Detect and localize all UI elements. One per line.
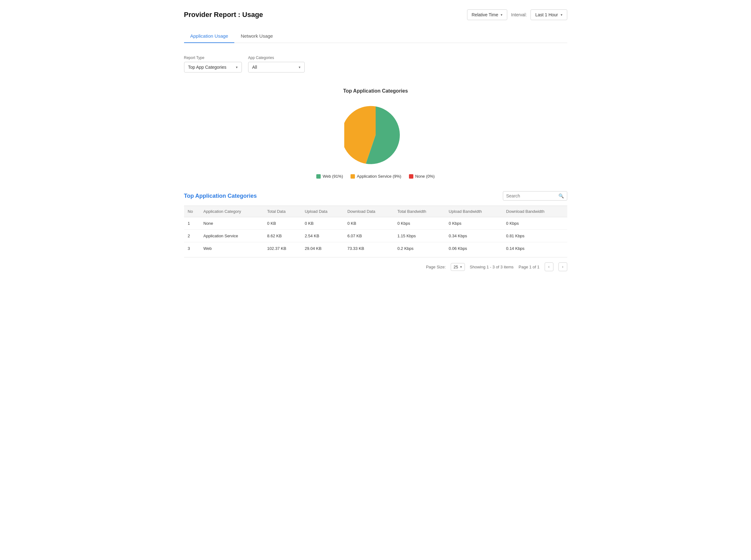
cell-download_data: 73.33 KB: [344, 242, 393, 255]
page-size-label: Page Size:: [426, 265, 446, 269]
col-header-download-data: Download Data: [344, 206, 393, 217]
chart-title: Top Application Categories: [343, 88, 408, 94]
pie-chart-svg: [344, 103, 407, 166]
interval-value-label: Last 1 Hour: [535, 12, 558, 17]
search-box[interactable]: 🔍: [503, 191, 567, 201]
chevron-down-icon-interval: ▾: [561, 13, 562, 17]
table-section: Top Application Categories 🔍 No Applicat…: [184, 191, 567, 276]
report-type-label: Report Type: [184, 56, 242, 60]
cell-download_data: 6.07 KB: [344, 230, 393, 242]
cell-upload_bandwidth: 0.34 Kbps: [445, 230, 503, 242]
filter-row: Report Type Top App Categories ▾ App Cat…: [184, 53, 567, 76]
showing-text: Showing 1 - 3 of 3 items: [470, 265, 514, 269]
col-header-total-data: Total Data: [264, 206, 301, 217]
next-page-button[interactable]: ›: [558, 262, 567, 271]
chart-legend: Web (91%) Application Service (9%) None …: [316, 174, 435, 179]
interval-dropdown[interactable]: Last 1 Hour ▾: [531, 9, 567, 20]
cell-download_bandwidth: 0.81 Kbps: [502, 230, 567, 242]
tab-application-usage[interactable]: Application Usage: [184, 29, 235, 43]
cell-total_bandwidth: 0 Kbps: [393, 217, 445, 230]
col-header-upload-bandwidth: Upload Bandwidth: [445, 206, 503, 217]
cell-no: 3: [184, 242, 200, 255]
cell-total_bandwidth: 0.2 Kbps: [393, 242, 445, 255]
table-row: 1None0 KB0 KB0 KB0 Kbps0 Kbps0 Kbps: [184, 217, 567, 230]
page-header: Provider Report : Usage Relative Time ▾ …: [184, 9, 567, 20]
cell-total_data: 8.62 KB: [264, 230, 301, 242]
page-title: Provider Report : Usage: [184, 11, 263, 19]
chart-section: Top Application Categories Web (91%) App…: [184, 88, 567, 179]
cell-upload_bandwidth: 0 Kbps: [445, 217, 503, 230]
table-header-row-cols: No Application Category Total Data Uploa…: [184, 206, 567, 217]
legend-color-appservice: [350, 174, 355, 179]
report-type-dropdown[interactable]: Top App Categories ▾: [184, 62, 242, 73]
chevron-down-icon-pagesize: ▾: [460, 265, 462, 269]
page-info: Page 1 of 1: [519, 265, 540, 269]
legend-label-appservice: Application Service (9%): [357, 174, 401, 179]
cell-upload_data: 0 KB: [301, 217, 344, 230]
tabs-container: Application Usage Network Usage: [184, 29, 567, 43]
cell-app_category: None: [200, 217, 264, 230]
cell-total_data: 0 KB: [264, 217, 301, 230]
interval-label: Interval:: [511, 12, 527, 17]
pagination-row: Page Size: 25 ▾ Showing 1 - 3 of 3 items…: [184, 257, 567, 276]
cell-total_data: 102.37 KB: [264, 242, 301, 255]
col-header-upload-data: Upload Data: [301, 206, 344, 217]
page-size-dropdown[interactable]: 25 ▾: [451, 263, 465, 271]
legend-color-web: [316, 174, 321, 179]
cell-download_data: 0 KB: [344, 217, 393, 230]
legend-color-none: [409, 174, 413, 179]
table-row: 2Application Service8.62 KB2.54 KB6.07 K…: [184, 230, 567, 242]
report-type-value: Top App Categories: [188, 65, 227, 70]
col-header-download-bandwidth: Download Bandwidth: [502, 206, 567, 217]
cell-download_bandwidth: 0 Kbps: [502, 217, 567, 230]
col-header-no: No: [184, 206, 200, 217]
table-head: No Application Category Total Data Uploa…: [184, 206, 567, 217]
table-section-title: Top Application Categories: [184, 193, 257, 199]
data-table: No Application Category Total Data Uploa…: [184, 206, 567, 255]
cell-app_category: Application Service: [200, 230, 264, 242]
cell-upload_bandwidth: 0.06 Kbps: [445, 242, 503, 255]
relative-time-label: Relative Time: [472, 12, 499, 17]
relative-time-dropdown[interactable]: Relative Time ▾: [467, 9, 507, 20]
cell-app_category: Web: [200, 242, 264, 255]
prev-page-button[interactable]: ‹: [545, 262, 554, 271]
cell-total_bandwidth: 1.15 Kbps: [393, 230, 445, 242]
legend-item-none: None (0%): [409, 174, 435, 179]
chevron-down-icon-report: ▾: [236, 65, 238, 69]
search-input[interactable]: [506, 193, 557, 198]
legend-label-web: Web (91%): [323, 174, 343, 179]
table-header-row: Top Application Categories 🔍: [184, 191, 567, 201]
cell-download_bandwidth: 0.14 Kbps: [502, 242, 567, 255]
app-categories-label: App Categories: [248, 56, 305, 60]
col-header-app-category: Application Category: [200, 206, 264, 217]
cell-no: 2: [184, 230, 200, 242]
col-header-total-bandwidth: Total Bandwidth: [393, 206, 445, 217]
chevron-down-icon-categories: ▾: [299, 65, 301, 69]
app-categories-dropdown[interactable]: All ▾: [248, 62, 305, 73]
table-body: 1None0 KB0 KB0 KB0 Kbps0 Kbps0 Kbps2Appl…: [184, 217, 567, 255]
search-icon: 🔍: [558, 193, 564, 198]
cell-no: 1: [184, 217, 200, 230]
app-categories-filter: App Categories All ▾: [248, 56, 305, 73]
legend-item-web: Web (91%): [316, 174, 343, 179]
cell-upload_data: 29.04 KB: [301, 242, 344, 255]
header-controls: Relative Time ▾ Interval: Last 1 Hour ▾: [467, 9, 567, 20]
report-type-filter: Report Type Top App Categories ▾: [184, 56, 242, 73]
app-categories-value: All: [252, 65, 257, 70]
legend-label-none: None (0%): [415, 174, 435, 179]
tab-network-usage[interactable]: Network Usage: [234, 29, 279, 43]
table-row: 3Web102.37 KB29.04 KB73.33 KB0.2 Kbps0.0…: [184, 242, 567, 255]
chevron-down-icon: ▾: [501, 13, 503, 17]
legend-item-appservice: Application Service (9%): [350, 174, 401, 179]
pie-chart: [344, 103, 407, 166]
page-size-value: 25: [454, 265, 458, 269]
cell-upload_data: 2.54 KB: [301, 230, 344, 242]
